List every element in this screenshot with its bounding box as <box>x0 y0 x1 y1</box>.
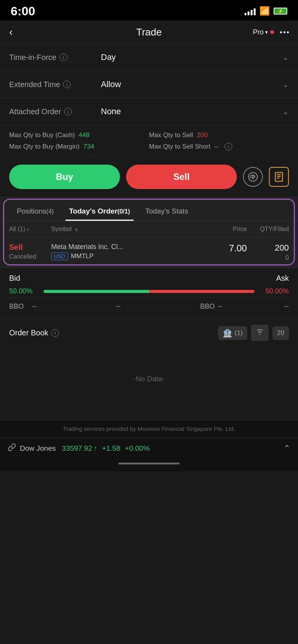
header-right: Pro ▾ <box>253 28 289 36</box>
col-header-qty: QTY/Filled <box>247 226 289 233</box>
depth-button[interactable]: 20 <box>272 326 289 340</box>
max-qty-section: Max Qty to Buy (Cash) 448 Max Qty to Sel… <box>0 125 298 157</box>
bank-count: (1) <box>235 329 243 337</box>
orders-table: All (1) ▿ Symbol ⇅ Price QTY/Filled Sell… <box>0 221 298 267</box>
time-in-force-row[interactable]: Time-in-Force i Day ⌄ <box>0 44 298 71</box>
order-book-controls: 🏦 (1) 20 <box>218 325 289 341</box>
bbo-far-right: -- <box>284 303 289 311</box>
attached-order-info-icon[interactable]: i <box>64 108 72 115</box>
max-qty-sell: Max Qty to Sell 200 <box>149 131 289 139</box>
attached-order-label: Attached Order i <box>9 107 101 116</box>
bank-icon: 🏦 <box>223 328 232 338</box>
back-button[interactable]: ‹ <box>9 26 13 38</box>
extended-time-label: Extended Time i <box>9 80 101 89</box>
bbo-label: BBO <box>9 303 32 311</box>
tab-todays-order[interactable]: Today's Order(0/1) <box>62 203 138 221</box>
ticker-price: 33597.92 ↑ <box>62 444 97 453</box>
bbo-right: BBO -- <box>200 303 284 311</box>
order-symbol: MMTLP <box>71 252 94 260</box>
order-price: 7.00 <box>229 243 247 253</box>
attached-order-chevron-icon: ⌄ <box>282 107 289 116</box>
max-qty-buy-margin: Max Qty to Buy (Margin) 734 <box>9 143 149 150</box>
bid-ask-headers: Bid Ask <box>9 274 289 283</box>
status-icons: 📶 ⚡ <box>245 6 287 16</box>
sell-button[interactable]: Sell <box>126 165 237 189</box>
order-price-col: 7.00 <box>205 243 247 254</box>
col-header-price: Price <box>205 226 247 233</box>
bbo-ask-label: BBO <box>200 303 215 311</box>
page-title: Trade <box>136 26 162 38</box>
ask-percentage: 50.00% <box>258 287 289 295</box>
bbo-bid-value: -- <box>32 303 116 311</box>
orders-table-header: All (1) ▿ Symbol ⇅ Price QTY/Filled <box>6 221 292 238</box>
ticker-name: Dow Jones <box>20 444 56 453</box>
ticker-change: +1.58 <box>102 444 120 453</box>
sell-short-info-icon[interactable]: i <box>225 143 232 150</box>
footer-text: Trading services provided by Moomoo Fina… <box>63 426 235 432</box>
time-in-force-info-icon[interactable]: i <box>60 53 67 61</box>
bid-label: Bid <box>9 274 20 283</box>
notification-dot <box>270 30 274 34</box>
extended-time-chevron-icon: ⌄ <box>282 80 289 89</box>
filter-button[interactable] <box>251 325 269 341</box>
extended-time-info-icon[interactable]: i <box>63 81 71 88</box>
time-in-force-chevron-icon: ⌄ <box>282 53 289 62</box>
order-book-title: Order Book i <box>9 328 59 337</box>
order-symbol-col: Meta Materials Inc. Cl... USD MMTLP <box>51 243 205 260</box>
order-filled: 0 <box>247 254 289 261</box>
extended-time-row[interactable]: Extended Time i Allow ⌄ <box>0 71 298 98</box>
bbo-row: BBO -- -- BBO -- -- <box>9 298 289 312</box>
home-bar <box>0 459 298 471</box>
order-type: Sell <box>9 243 51 252</box>
home-bar-indicator <box>118 463 180 464</box>
max-qty-sell-short: Max Qty to Sell Short -- i <box>149 143 289 150</box>
order-name: Meta Materials Inc. Cl... <box>51 243 205 251</box>
notes-icon-button[interactable] <box>269 167 289 187</box>
link-icon <box>8 443 16 453</box>
pro-button[interactable]: Pro ▾ <box>253 28 274 36</box>
trade-buttons-section: Buy Sell <box>0 157 298 197</box>
bottom-ticker[interactable]: Dow Jones 33597.92 ↑ +1.58 +0.00% ⌃ <box>0 437 298 459</box>
ask-label: Ask <box>276 274 289 283</box>
order-status: Cancelled <box>9 253 51 260</box>
bbo-ask-value: -- <box>218 303 222 311</box>
order-qty-col: 200 0 <box>247 243 289 261</box>
battery-icon: ⚡ <box>274 8 287 15</box>
order-qty: 200 <box>247 243 289 253</box>
footer-info: Trading services provided by Moomoo Fina… <box>0 420 298 437</box>
ticker-pct: +0.00% <box>125 444 150 453</box>
no-data-label: -No Data- <box>9 344 289 414</box>
tab-positions[interactable]: Positions(4) <box>9 203 62 221</box>
col-header-all[interactable]: All (1) ▿ <box>9 226 51 233</box>
order-symbol-row: USD MMTLP <box>51 252 205 260</box>
attached-order-row[interactable]: Attached Order i None ⌄ <box>0 98 298 125</box>
currency-icon-button[interactable] <box>243 167 263 187</box>
order-book-info-icon[interactable]: i <box>51 329 59 337</box>
time-in-force-label: Time-in-Force i <box>9 53 101 62</box>
attached-order-value: None <box>101 107 282 117</box>
bid-ask-section: Bid Ask 50.00% 50.00% BBO -- -- BBO -- -… <box>0 267 298 318</box>
wifi-icon: 📶 <box>259 6 270 16</box>
bid-bar <box>44 290 149 293</box>
ticker-chevron-icon[interactable]: ⌃ <box>283 443 290 453</box>
pro-label: Pro <box>253 28 264 36</box>
bank-button[interactable]: 🏦 (1) <box>218 326 247 340</box>
more-button[interactable] <box>280 31 289 33</box>
tabs-row: Positions(4) Today's Order(0/1) Today's … <box>0 197 298 221</box>
ticker-arrow: ↑ <box>94 444 97 453</box>
today-orders-wrapper: Positions(4) Today's Order(0/1) Today's … <box>0 197 298 267</box>
status-time: 6:00 <box>11 4 35 18</box>
buy-button[interactable]: Buy <box>9 165 120 189</box>
table-row[interactable]: Sell Cancelled Meta Materials Inc. Cl...… <box>6 238 292 267</box>
bid-percentage: 50.00% <box>9 287 40 295</box>
tab-todays-stats[interactable]: Today's Stats <box>138 203 196 221</box>
time-in-force-value: Day <box>101 52 282 62</box>
ask-bar <box>149 290 254 293</box>
col-header-symbol[interactable]: Symbol ⇅ <box>51 226 205 233</box>
max-qty-buy-cash: Max Qty to Buy (Cash) 448 <box>9 131 149 139</box>
signal-icon <box>245 7 256 15</box>
order-book-section: Order Book i 🏦 (1) 20 -No Data- <box>0 318 298 420</box>
order-status-col: Sell Cancelled <box>9 243 51 260</box>
bid-ask-progress-row: 50.00% 50.00% <box>9 287 289 295</box>
header: ‹ Trade Pro ▾ <box>0 21 298 44</box>
